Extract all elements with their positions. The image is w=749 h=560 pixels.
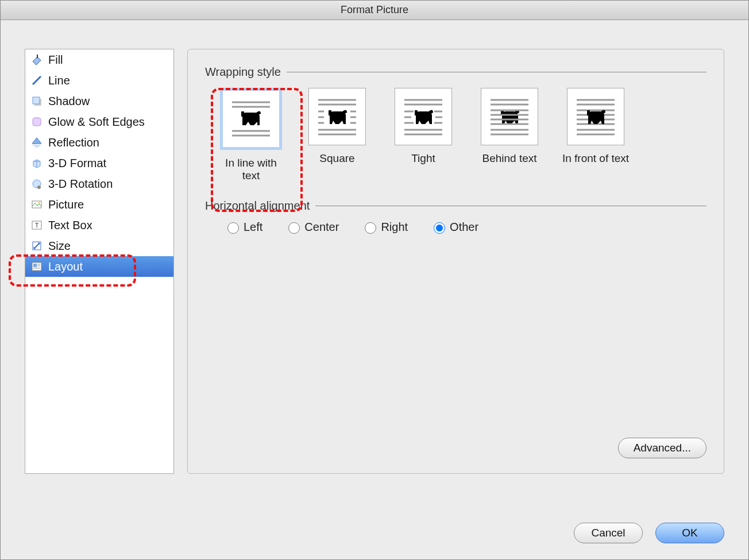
reflection-icon [29,134,45,150]
wrap-thumb-behind [481,88,538,145]
svg-rect-31 [329,110,331,115]
svg-text:T: T [35,222,39,229]
shadow-icon [29,93,45,109]
radio-label: Right [381,221,408,234]
horizontal-alignment-options: Left Center Right Other [205,221,706,234]
size-icon [29,238,45,254]
sidebar-item-fill[interactable]: Fill [25,49,173,70]
rotation-icon [29,176,45,192]
titlebar: Format Picture [1,1,748,20]
wrap-thumb-tight [395,88,452,145]
wrap-thumb-square [308,88,366,145]
radio-input[interactable] [227,222,239,234]
svg-point-7 [38,202,40,204]
cancel-button[interactable]: Cancel [574,523,643,543]
wrap-option-infront[interactable]: In front of text [561,88,630,165]
sidebar-item-line[interactable]: Line [25,70,173,91]
wrap-option-behind[interactable]: Behind text [475,88,544,165]
radio-input[interactable] [365,222,376,234]
wrap-option-label: Square [319,152,354,165]
svg-rect-12 [33,264,37,267]
window-title: Format Picture [341,4,408,16]
wrap-option-square[interactable]: Square [303,88,372,165]
sidebar-item-shadow[interactable]: Shadow [25,91,173,111]
svg-rect-20 [241,111,244,117]
sidebar-item-label: Reflection [48,136,99,149]
sidebar-item-text-box[interactable]: T Text Box [25,215,173,235]
radio-label: Center [304,221,339,234]
sidebar-item-label: Fill [48,53,63,67]
sidebar-item-glow[interactable]: Glow & Soft Edges [25,111,173,132]
wrap-option-label: Tight [411,152,435,165]
horizontal-alignment-header: Horizontal alignment [205,199,706,213]
align-center-radio[interactable]: Center [285,221,339,234]
sidebar-item-label: Text Box [48,219,92,232]
sidebar-item-layout[interactable]: Layout [25,256,173,277]
wrap-thumb-infront [567,88,624,145]
sidebar-item-label: 3-D Rotation [48,177,113,191]
svg-rect-60 [587,110,590,115]
wrap-option-label: In front of text [562,152,629,165]
radio-input[interactable] [434,222,445,234]
radio-label: Other [450,221,478,234]
rule [287,72,706,72]
format-picture-dialog: Format Picture Fill Line Shadow [0,0,749,560]
svg-rect-2 [33,97,40,104]
svg-rect-3 [33,118,41,126]
category-sidebar: Fill Line Shadow Glow & Soft Edges [25,49,174,474]
wrapping-style-options: In line with text [205,88,706,182]
radio-label: Left [244,221,262,234]
section-label: Horizontal alignment [205,199,315,213]
svg-line-0 [33,76,41,84]
rule [315,206,706,206]
cube-icon [29,155,45,171]
glow-icon [29,114,45,130]
wrap-option-inline[interactable]: In line with text [217,88,285,182]
sidebar-item-3d-rotation[interactable]: 3-D Rotation [25,173,173,194]
layout-panel: Wrapping style [187,49,724,474]
svg-rect-42 [415,110,418,115]
svg-point-5 [37,186,41,189]
sidebar-item-label: Layout [48,260,83,273]
align-other-radio[interactable]: Other [431,221,478,234]
align-right-radio[interactable]: Right [362,221,408,234]
radio-input[interactable] [288,222,300,234]
wrap-option-label: In line with text [217,157,285,182]
layout-icon [29,258,45,275]
sidebar-item-label: Shadow [48,95,90,108]
line-icon [29,72,45,88]
sidebar-item-label: Line [48,74,70,87]
wrap-option-label: Behind text [482,152,536,165]
ok-button[interactable]: OK [655,523,724,543]
wrap-option-tight[interactable]: Tight [389,88,458,165]
advanced-button[interactable]: Advanced... [618,438,706,458]
sidebar-item-picture[interactable]: Picture [25,194,173,215]
sidebar-item-label: 3-D Format [48,157,106,170]
sidebar-item-reflection[interactable]: Reflection [25,132,173,153]
sidebar-item-3d-format[interactable]: 3-D Format [25,153,173,173]
fill-bucket-icon [29,52,45,68]
sidebar-item-label: Glow & Soft Edges [48,115,145,129]
picture-icon [29,196,45,213]
dialog-body: Fill Line Shadow Glow & Soft Edges [1,20,748,559]
wrap-thumb-inline [220,88,282,150]
sidebar-item-label: Size [48,240,71,253]
dialog-footer-buttons: Cancel OK [574,523,724,543]
text-box-icon: T [29,217,45,233]
section-label: Wrapping style [205,65,287,79]
wrapping-style-header: Wrapping style [205,65,706,79]
align-left-radio[interactable]: Left [225,221,262,234]
sidebar-item-size[interactable]: Size [25,235,173,256]
sidebar-item-label: Picture [48,198,84,211]
